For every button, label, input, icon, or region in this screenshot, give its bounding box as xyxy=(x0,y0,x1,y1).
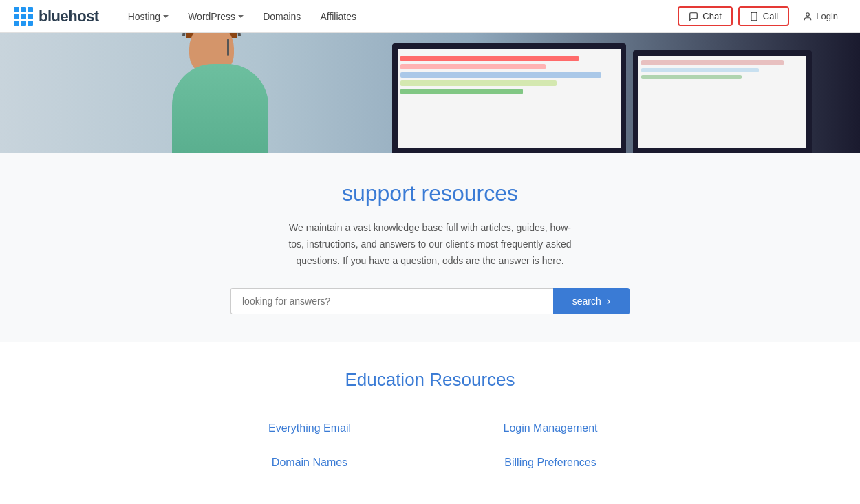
resource-grid: Everything Email Login Management Domain… xyxy=(189,411,671,480)
chevron-down-icon xyxy=(163,15,169,18)
support-title: support resources xyxy=(14,181,846,206)
education-section: Education Resources Everything Email Log… xyxy=(0,342,860,504)
svg-rect-0 xyxy=(751,12,757,21)
nav-hosting[interactable]: Hosting xyxy=(120,7,177,26)
call-button[interactable]: Call xyxy=(738,6,789,26)
phone-icon xyxy=(749,12,759,21)
resource-everything-email[interactable]: Everything Email xyxy=(189,411,430,446)
nav-links: Hosting WordPress Domains Affiliates xyxy=(120,7,678,26)
resource-domain-names[interactable]: Domain Names xyxy=(189,446,430,480)
brand-logo[interactable]: bluehost xyxy=(14,7,99,26)
login-button[interactable]: Login xyxy=(795,8,846,25)
search-input[interactable] xyxy=(230,288,553,314)
support-description: We maintain a vast knowledge base full w… xyxy=(286,220,574,269)
monitor-1 xyxy=(392,43,626,153)
brand-grid-icon xyxy=(14,7,33,26)
hero-monitors xyxy=(392,33,860,153)
nav-affiliates[interactable]: Affiliates xyxy=(312,7,365,26)
hero-person xyxy=(151,33,289,153)
nav-actions: Chat Call Login xyxy=(678,6,846,26)
hero-banner xyxy=(0,33,860,153)
support-section: support resources We maintain a vast kno… xyxy=(0,153,860,342)
chat-icon xyxy=(689,12,698,21)
chat-button[interactable]: Chat xyxy=(678,6,732,26)
chevron-down-icon xyxy=(238,15,244,18)
search-button[interactable]: search › xyxy=(553,288,630,314)
education-title: Education Resources xyxy=(14,369,846,391)
nav-wordpress[interactable]: WordPress xyxy=(180,7,252,26)
nav-domains[interactable]: Domains xyxy=(255,7,309,26)
arrow-right-icon: › xyxy=(607,295,610,307)
user-icon xyxy=(803,12,813,21)
search-bar: search › xyxy=(230,288,630,314)
brand-name: bluehost xyxy=(39,8,99,25)
monitor-2 xyxy=(633,50,812,153)
resource-billing-preferences[interactable]: Billing Preferences xyxy=(430,446,671,480)
navbar: bluehost Hosting WordPress Domains Affil… xyxy=(0,0,860,33)
svg-point-2 xyxy=(806,12,810,16)
resource-login-management[interactable]: Login Management xyxy=(430,411,671,446)
